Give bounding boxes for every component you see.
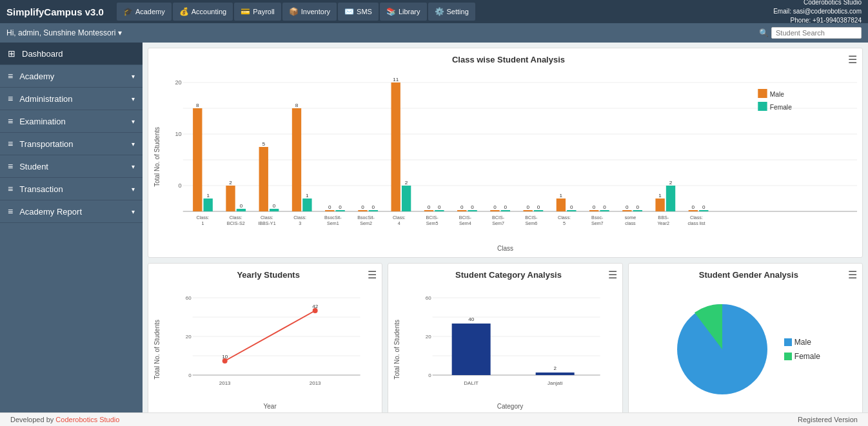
svg-text:10: 10 xyxy=(222,354,228,360)
svg-text:0: 0 xyxy=(460,204,464,210)
search-icon: 🔍 xyxy=(759,28,769,37)
svg-text:8: 8 xyxy=(295,102,299,108)
sidebar: ⊞ Dashboard ≡ Academy ▾ ≡ Administration… xyxy=(0,43,143,412)
footer-company-link[interactable]: Coderobotics Studio xyxy=(55,416,119,423)
sms-icon: ✉️ xyxy=(344,7,354,16)
nav-accounting[interactable]: 💰 Accounting xyxy=(173,3,233,21)
sidebar-item-academy[interactable]: ≡ Academy ▾ xyxy=(0,65,143,88)
svg-rect-82 xyxy=(589,210,598,211)
sidebar-item-academy-report[interactable]: ≡ Academy Report ▾ xyxy=(0,200,143,223)
chevron-down-icon-exam: ▾ xyxy=(132,118,135,125)
main-content: Class wise Student Analysis ☰ Total No. … xyxy=(143,43,868,412)
svg-text:0: 0 xyxy=(429,373,432,378)
student-sidebar-icon: ≡ xyxy=(8,161,13,171)
academy-icon: 🎓 xyxy=(123,7,133,16)
nav-academy[interactable]: 🎓 Academy xyxy=(117,3,172,21)
svg-rect-106 xyxy=(758,89,767,98)
svg-text:1: 1 xyxy=(560,193,563,198)
search-input[interactable] xyxy=(771,27,862,39)
svg-rect-18 xyxy=(237,209,246,211)
svg-text:20: 20 xyxy=(186,334,192,340)
gender-analysis-card: Student Gender Analysis ☰ xyxy=(628,263,863,412)
svg-text:Class:: Class: xyxy=(558,215,571,220)
sidebar-item-student[interactable]: ≡ Student ▾ xyxy=(0,155,143,178)
svg-text:BsocSit-: BsocSit- xyxy=(357,215,375,220)
company-info: Coderobotics Studio Email: sasi@coderobo… xyxy=(773,0,862,25)
gender-body: Male Female xyxy=(634,285,857,412)
svg-text:60: 60 xyxy=(186,295,192,301)
svg-rect-10 xyxy=(193,108,202,211)
sidebar-item-examination[interactable]: ≡ Examination ▾ xyxy=(0,110,143,133)
accounting-icon: 💰 xyxy=(179,7,189,16)
sidebar-item-dashboard[interactable]: ⊞ Dashboard xyxy=(0,43,143,65)
exam-sidebar-icon: ≡ xyxy=(8,116,13,126)
svg-text:2013: 2013 xyxy=(310,380,321,386)
svg-text:0: 0 xyxy=(593,204,596,210)
setting-icon: ⚙️ xyxy=(435,7,444,16)
chevron-down-icon-student: ▾ xyxy=(132,163,135,170)
nav-setting[interactable]: ⚙️ Setting xyxy=(428,3,475,21)
male-dot xyxy=(784,338,792,346)
svg-text:42: 42 xyxy=(312,304,318,309)
female-dot xyxy=(784,353,792,360)
svg-text:Class:: Class: xyxy=(230,215,242,220)
sidebar-label-student: Student xyxy=(19,162,132,171)
nav-sms[interactable]: ✉️ SMS xyxy=(338,3,379,21)
top-nav: 🎓 Academy 💰 Accounting 💳 Payroll 📦 Inven… xyxy=(117,3,773,21)
class-analysis-body: Total No. of Students 20 10 0 xyxy=(153,70,857,244)
class-analysis-card: Class wise Student Analysis ☰ Total No. … xyxy=(148,48,863,258)
report-sidebar-icon: ≡ xyxy=(8,206,13,217)
class-analysis-menu-btn[interactable]: ☰ xyxy=(848,53,857,66)
svg-text:Sem2: Sem2 xyxy=(360,221,372,226)
category-x-label: Category xyxy=(403,403,616,410)
svg-text:4: 4 xyxy=(398,221,400,226)
svg-text:Sem4: Sem4 xyxy=(459,221,471,226)
svg-text:0: 0 xyxy=(438,204,441,210)
svg-rect-36 xyxy=(335,210,344,211)
svg-rect-102 xyxy=(699,210,708,211)
svg-text:BCIS-: BCIS- xyxy=(426,215,439,220)
svg-text:Male: Male xyxy=(770,91,785,98)
svg-text:0: 0 xyxy=(240,203,243,209)
gender-header: Student Gender Analysis ☰ xyxy=(634,269,857,281)
footer-version: Registered Version xyxy=(798,416,858,423)
svg-text:Class:: Class: xyxy=(690,215,703,220)
svg-text:Sem5: Sem5 xyxy=(426,221,439,226)
yearly-header: Yearly Students ☰ xyxy=(153,269,377,281)
svg-rect-52 xyxy=(424,210,433,211)
payroll-icon: 💳 xyxy=(241,7,250,16)
admin-sidebar-icon: ≡ xyxy=(8,93,13,104)
nav-inventory[interactable]: 📦 Inventory xyxy=(282,3,337,21)
sidebar-label-academy-report: Academy Report xyxy=(19,207,132,217)
nav-payroll[interactable]: 💳 Payroll xyxy=(234,3,281,21)
transport-sidebar-icon: ≡ xyxy=(8,139,13,149)
footer: Developed by Coderobotics Studio Registe… xyxy=(0,412,868,426)
svg-text:60: 60 xyxy=(426,295,431,301)
sidebar-item-transaction[interactable]: ≡ Transaction ▾ xyxy=(0,178,143,200)
svg-text:0: 0 xyxy=(692,204,695,210)
sidebar-item-administration[interactable]: ≡ Administration ▾ xyxy=(0,88,143,110)
svg-text:Janjati: Janjati xyxy=(547,380,562,386)
sidebar-item-transportation[interactable]: ≡ Transportation ▾ xyxy=(0,133,143,155)
app-logo: SimplifyCampus v3.0 xyxy=(6,6,104,17)
nav-library[interactable]: 📚 Library xyxy=(380,3,427,21)
svg-rect-137 xyxy=(536,373,575,375)
yearly-body: Total No. of Students 60 20 xyxy=(153,285,377,412)
svg-rect-48 xyxy=(402,186,411,211)
svg-text:0: 0 xyxy=(636,204,640,210)
category-y-label: Total No. of Students xyxy=(393,320,400,380)
svg-rect-28 xyxy=(292,108,301,211)
svg-text:20: 20 xyxy=(426,334,431,340)
yearly-menu-btn[interactable]: ☰ xyxy=(368,269,377,281)
svg-rect-16 xyxy=(226,186,235,211)
gender-menu-btn[interactable]: ☰ xyxy=(848,269,857,281)
svg-rect-24 xyxy=(270,209,279,211)
male-label: Male xyxy=(794,338,811,347)
category-chart-svg: 60 20 0 40 2 DALIT Janjati xyxy=(403,285,616,401)
dropdown-arrow-icon[interactable]: ▾ xyxy=(118,28,122,37)
svg-text:2: 2 xyxy=(229,180,232,186)
svg-text:0: 0 xyxy=(603,204,606,210)
gender-legend: Male Female xyxy=(784,338,820,361)
category-analysis-card: Student Category Analysis ☰ Total No. of… xyxy=(388,263,622,412)
category-menu-btn[interactable]: ☰ xyxy=(608,269,617,281)
